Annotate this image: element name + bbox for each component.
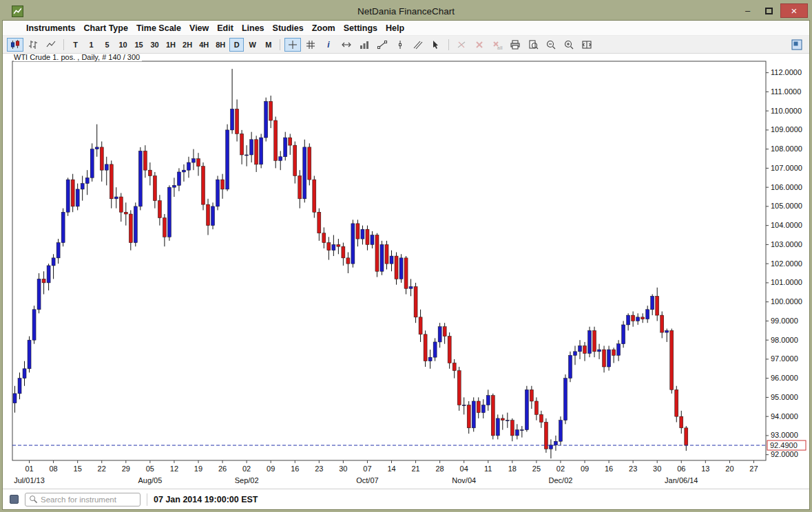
timescale-30min-button[interactable]: 30 bbox=[147, 38, 162, 52]
vertical-line-button[interactable] bbox=[392, 38, 408, 52]
close-button[interactable]: × bbox=[780, 3, 808, 18]
menu-view[interactable]: View bbox=[185, 22, 213, 34]
panel-icon bbox=[791, 39, 802, 50]
candle-down bbox=[346, 258, 350, 264]
candle-down bbox=[656, 296, 659, 315]
candle-down bbox=[202, 167, 205, 205]
crosshair-button[interactable] bbox=[284, 38, 301, 52]
y-axis-label: 105.0000 bbox=[771, 202, 802, 210]
candle-up bbox=[13, 394, 17, 403]
timescale-4h-button[interactable]: 4H bbox=[196, 38, 211, 52]
volume-button[interactable] bbox=[356, 38, 373, 52]
timescale-15min-button[interactable]: 15 bbox=[132, 38, 146, 52]
y-axis-label: 110.0000 bbox=[771, 107, 802, 115]
timescale-tick-button[interactable]: T bbox=[68, 38, 83, 52]
candle-up bbox=[646, 310, 649, 319]
candle-down bbox=[452, 363, 456, 370]
chart-type-bars-button[interactable] bbox=[25, 38, 41, 52]
x-axis-label: 30 bbox=[339, 465, 347, 473]
menu-help[interactable]: Help bbox=[382, 22, 408, 34]
menu-time-scale[interactable]: Time Scale bbox=[132, 22, 185, 34]
delete-all-button[interactable]: all bbox=[489, 38, 506, 52]
candle-up bbox=[486, 396, 490, 405]
candle-down bbox=[289, 138, 292, 145]
candle-down bbox=[298, 176, 302, 199]
channel-button[interactable] bbox=[410, 38, 426, 52]
info-button[interactable]: i bbox=[320, 38, 337, 52]
menu-zoom[interactable]: Zoom bbox=[308, 22, 340, 34]
x-month-label: Oct/07 bbox=[356, 476, 378, 484]
print-button[interactable] bbox=[507, 38, 523, 52]
candle-up bbox=[399, 258, 403, 279]
chart-type-candlestick-button[interactable] bbox=[7, 38, 23, 52]
x-axis-label: 27 bbox=[749, 465, 758, 473]
y-axis-label: 107.0000 bbox=[771, 164, 802, 172]
candle-up bbox=[37, 279, 41, 309]
timescale-1h-button[interactable]: 1H bbox=[163, 38, 178, 52]
info-icon: i bbox=[323, 39, 334, 50]
timescale-monthly-button[interactable]: M bbox=[261, 38, 275, 52]
timescale-daily-button[interactable]: D bbox=[229, 38, 244, 52]
plot-area[interactable] bbox=[12, 61, 766, 460]
candle-up bbox=[61, 212, 65, 242]
zoom-fit-button[interactable] bbox=[579, 38, 595, 52]
candle-down bbox=[685, 428, 688, 445]
timescale-2h-button[interactable]: 2H bbox=[180, 38, 195, 52]
timescale-1min-button[interactable]: 1 bbox=[84, 38, 98, 52]
timescale-5min-button[interactable]: 5 bbox=[100, 38, 114, 52]
candle-down bbox=[593, 330, 596, 352]
delete-selected-button[interactable] bbox=[471, 38, 488, 52]
maximize-button[interactable] bbox=[759, 3, 779, 18]
candle-up bbox=[250, 140, 253, 155]
candle-up bbox=[573, 352, 576, 356]
chart-region[interactable]: WTI Crude 1. pos. , Daily, # 140 / 300 1… bbox=[3, 54, 809, 489]
x-axis-label: 06 bbox=[677, 465, 685, 473]
minimize-button[interactable]: – bbox=[738, 3, 758, 18]
candle-down bbox=[448, 337, 451, 363]
status-bar: 07 Jan 2014 19:00:00 EST bbox=[3, 489, 809, 509]
zoom-out-button[interactable] bbox=[543, 38, 559, 52]
y-axis-label: 106.0000 bbox=[771, 183, 802, 191]
candle-up bbox=[665, 330, 669, 332]
pointer-button[interactable] bbox=[428, 38, 444, 52]
menu-instruments[interactable]: Instruments bbox=[22, 22, 80, 34]
menu-chart-type[interactable]: Chart Type bbox=[80, 22, 132, 34]
y-axis-label: 96.0000 bbox=[771, 374, 798, 382]
menu-lines[interactable]: Lines bbox=[238, 22, 269, 34]
candle-up bbox=[617, 344, 621, 356]
vline-icon bbox=[395, 39, 406, 50]
menu-edit[interactable]: Edit bbox=[213, 22, 238, 34]
candle-up bbox=[226, 130, 229, 189]
sidebar-toggle-button[interactable] bbox=[789, 38, 805, 52]
candle-up bbox=[588, 330, 592, 353]
status-datetime: 07 Jan 2014 19:00:00 EST bbox=[154, 495, 258, 504]
timescale-10min-button[interactable]: 10 bbox=[116, 38, 130, 52]
x-axis-label: 11 bbox=[484, 465, 492, 473]
grid-button[interactable] bbox=[302, 38, 319, 52]
candle-down bbox=[153, 176, 156, 201]
timescale-8h-button[interactable]: 8H bbox=[213, 38, 228, 52]
svg-text:all: all bbox=[497, 45, 503, 50]
menu-studies[interactable]: Studies bbox=[269, 22, 308, 34]
svg-text:i: i bbox=[328, 40, 331, 50]
x-axis-label: 15 bbox=[74, 465, 82, 473]
instrument-search-box[interactable] bbox=[25, 493, 140, 506]
candle-up bbox=[95, 147, 98, 149]
scale-horizontal-button[interactable] bbox=[338, 38, 355, 52]
menu-settings[interactable]: Settings bbox=[340, 22, 382, 34]
candle-up bbox=[598, 350, 601, 352]
candle-down bbox=[255, 140, 258, 164]
search-input[interactable] bbox=[41, 495, 136, 504]
chart-type-line-button[interactable] bbox=[43, 38, 59, 52]
remove-line-button[interactable] bbox=[453, 38, 470, 52]
price-chart[interactable]: 112.0000111.0000110.0000109.0000108.0000… bbox=[3, 54, 809, 489]
print-preview-button[interactable] bbox=[525, 38, 541, 52]
timescale-weekly-button[interactable]: W bbox=[245, 38, 260, 52]
title-bar[interactable]: NetDania FinanceChart – × bbox=[2, 2, 810, 20]
candle-down bbox=[477, 401, 480, 413]
zoom-in-icon bbox=[563, 39, 574, 50]
candle-down bbox=[530, 390, 533, 401]
trendline-button[interactable] bbox=[374, 38, 391, 52]
zoom-in-button[interactable] bbox=[561, 38, 577, 52]
candle-down bbox=[317, 212, 321, 233]
